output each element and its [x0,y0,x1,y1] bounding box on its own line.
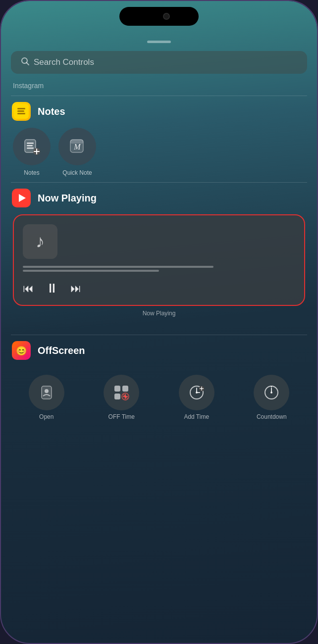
offscreen-countdown-circle [254,375,289,410]
svg-rect-3 [17,108,25,109]
offscreen-app-name: OffScreen [38,345,85,356]
notes-app-header: Notes [11,102,307,121]
offscreen-controls-row: Open [9,367,309,425]
np-pause-button[interactable]: ⏸ [46,281,58,296]
offscreen-addtime-circle [179,375,214,410]
svg-text:😊: 😊 [16,346,27,356]
offscreen-open-label: Open [39,413,53,420]
notes-controls-row: Notes M Quick Note [11,128,307,176]
notes-control-item[interactable]: Notes [13,128,51,176]
svg-rect-21 [114,386,120,392]
np-rewind-button[interactable]: ⏮ [23,282,34,295]
divider-1 [11,96,307,96]
offscreen-app-icon: 😊 [12,341,31,360]
np-bar-1 [23,266,213,268]
now-playing-app-header: Now Playing [11,189,307,207]
np-forward-button[interactable]: ⏭ [70,282,81,295]
notes-control-circle [13,128,51,165]
offscreen-offtime-item[interactable]: OFF Time [104,375,139,420]
svg-point-20 [45,389,49,393]
offscreen-offtime-label: OFF Time [108,413,135,420]
svg-rect-7 [27,143,34,144]
notch [119,7,199,26]
np-content: ♪ ⏮ ⏸ ⏭ [23,224,295,296]
svg-rect-22 [122,386,128,392]
divider-2 [11,182,307,183]
now-playing-app-name: Now Playing [38,193,97,204]
front-camera [163,13,170,20]
svg-rect-15 [70,140,83,144]
offscreen-open-item[interactable]: Open [29,375,64,420]
offscreen-section: 😊 OffScreen [11,341,307,425]
phone-frame: Search Controls Instagram [0,0,318,644]
svg-rect-4 [17,110,24,112]
now-playing-app-icon [12,189,31,207]
offscreen-countdown-label: Countdown [257,413,287,420]
content-area: Search Controls Instagram [1,36,317,643]
svg-text:M: M [73,143,81,151]
svg-rect-9 [27,148,34,149]
drag-handle[interactable] [147,41,171,43]
offscreen-open-circle [29,375,64,410]
notes-app-name: Notes [38,106,65,117]
offscreen-addtime-item[interactable]: Add Time [179,375,214,420]
offscreen-countdown-item[interactable]: Countdown [254,375,289,420]
np-widget-label: Now Playing [14,310,304,317]
np-progress-bars [23,266,295,272]
search-icon [21,57,30,68]
svg-rect-23 [114,394,120,399]
screen: Search Controls Instagram [1,1,317,643]
search-placeholder: Search Controls [34,57,94,67]
svg-rect-8 [27,145,33,147]
quick-note-control-label: Quick Note [62,169,92,176]
svg-line-1 [27,63,29,65]
np-playback-controls: ⏮ ⏸ ⏭ [23,281,81,296]
now-playing-section: Now Playing ♪ ⏮ ⏸ [11,189,307,306]
music-note-icon: ♪ [36,231,45,252]
offscreen-offtime-circle [104,375,139,410]
search-bar[interactable]: Search Controls [11,51,307,74]
now-playing-widget[interactable]: ♪ ⏮ ⏸ ⏭ Now Playing [13,214,305,306]
quick-note-control-circle: M [58,128,96,165]
notes-app-icon [12,102,31,121]
np-album-art: ♪ [23,224,57,259]
np-bar-2 [23,270,159,272]
offscreen-app-header: 😊 OffScreen [11,341,307,360]
offscreen-addtime-label: Add Time [184,413,209,420]
svg-rect-5 [17,113,25,114]
quick-note-control-item[interactable]: M Quick Note [58,128,96,176]
svg-marker-16 [19,194,26,202]
instagram-label: Instagram [11,82,307,90]
notes-section: Notes [11,102,307,176]
divider-3 [11,335,307,335]
notes-control-label: Notes [24,169,39,176]
